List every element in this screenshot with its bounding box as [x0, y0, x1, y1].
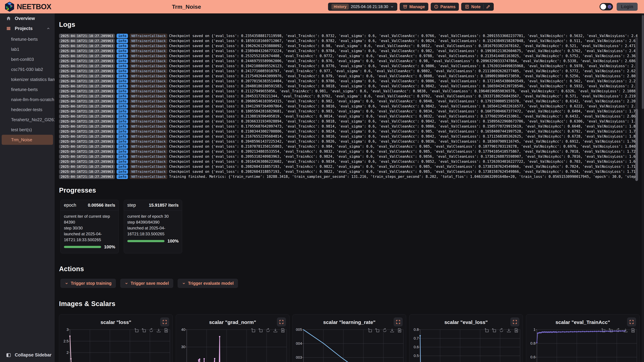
y-tick-label: 005 — [293, 328, 302, 332]
expand-button[interactable] — [510, 318, 520, 327]
chart-card: scalar "eval_loss" 0.80.70.60.50.40.30 — [409, 314, 523, 362]
log-timestamp-badge: 2025-04-16T21:18:27.205963 — [59, 69, 115, 73]
params-button[interactable]: Params — [431, 3, 459, 11]
log-row: 2025-04-16T21:18:27.205963 info NBTraine… — [59, 104, 637, 109]
expand-button[interactable] — [394, 318, 403, 327]
sidebar-item-project[interactable]: naive-llm-from-scratch — [0, 94, 55, 105]
log-level-badge: info — [116, 39, 128, 43]
log-message: Checkpoint saved on {'eval_loss': 0.1942… — [169, 64, 637, 68]
manage-button[interactable]: Manage — [400, 3, 428, 11]
log-message: Checkpoint saved on {'eval_loss': 0.2092… — [169, 149, 637, 153]
log-source-badge: NBTrainerCallback — [130, 74, 167, 78]
expand-button[interactable] — [277, 318, 286, 327]
log-row: 2025-04-16T21:18:27.205963 info NBTraine… — [59, 149, 637, 154]
expand-button[interactable] — [627, 318, 636, 327]
log-scrollbar-thumb[interactable] — [635, 109, 638, 181]
main-content: Logs 2025-04-16T21:18:27.205963 info NBT… — [55, 13, 644, 362]
log-source-badge: NBTrainerCallback — [130, 124, 167, 129]
log-timestamp-badge: 2025-04-16T21:18:27.205963 — [59, 174, 115, 179]
log-timestamp-badge: 2025-04-16T21:18:27.205963 — [59, 54, 115, 58]
log-timestamp-badge: 2025-04-16T21:18:27.205963 — [59, 74, 115, 78]
log-timestamp-badge: 2025-04-16T21:18:27.205963 — [59, 169, 115, 174]
log-source-badge: NBTrainerCallback — [130, 34, 167, 38]
sidebar-item-project[interactable]: test bert(s) — [0, 125, 55, 135]
collapse-sidebar-icon — [6, 353, 11, 358]
sidebar-item-project[interactable]: finetune-berts — [0, 34, 55, 44]
log-source-badge: NBTrainerCallback — [130, 54, 167, 58]
projects-label: Projects — [15, 26, 33, 31]
sidebar-item-project[interactable]: lab1 — [0, 44, 55, 54]
manage-label: Manage — [410, 4, 425, 9]
y-tick-label: 40 — [176, 328, 185, 332]
sidebar-item-project[interactable]: csc791-030 lab2 — [0, 64, 55, 74]
sidebar-item-project[interactable]: finetune-berts — [0, 84, 55, 94]
note-button[interactable]: Note — [462, 4, 483, 9]
log-source-badge: NBTrainerCallback — [130, 64, 167, 68]
log-source-badge: NBTrainerCallback — [130, 39, 167, 43]
sidebar-item-project[interactable]: Terahertz_No22_Gl261_gl... — [0, 115, 55, 125]
log-row: 2025-04-16T21:18:27.205963 info NBTraine… — [59, 99, 637, 104]
sidebar-item-project[interactable]: hedecoder-tests — [0, 105, 55, 115]
action-trigger-button[interactable]: Trigger save model — [120, 279, 173, 288]
log-message: Training finished. Metrics: {'train_runt… — [169, 175, 637, 179]
log-row: 2025-04-16T21:18:27.205963 info NBTraine… — [59, 58, 637, 63]
log-row: 2025-04-16T21:18:27.205963 info NBTraine… — [59, 134, 637, 139]
moon-face-icon — [608, 4, 612, 9]
chart-plot[interactable] — [304, 330, 403, 362]
y-tick-label: 0.8 — [526, 341, 536, 346]
note-label: Note — [471, 4, 481, 9]
log-level-badge: info — [116, 154, 128, 159]
log-timestamp-badge: 2025-04-16T21:18:27.205963 — [59, 144, 115, 149]
action-trigger-button[interactable]: Trigger evaluate model — [178, 279, 238, 288]
log-row: 2025-04-16T21:18:27.205963 info NBTraine… — [59, 154, 637, 159]
actions-heading: Actions — [59, 265, 637, 273]
progress-card: step 15.91857 iter/s current iter of epo… — [124, 200, 182, 253]
log-row: 2025-04-16T21:18:27.205963 info NBTraine… — [59, 53, 637, 58]
progress-line: step 84390/84390 — [127, 219, 178, 225]
y-tick-label: 003 — [293, 355, 302, 360]
log-row: 2025-04-16T21:18:27.205963 info NBTraine… — [59, 38, 637, 43]
log-row: 2025-04-16T21:18:27.205963 info NBTraine… — [59, 73, 637, 79]
action-trigger-button[interactable]: Trigger stop training — [60, 279, 116, 288]
theme-toggle[interactable] — [600, 3, 613, 10]
history-value: 2025-04-16 21:18:30 — [351, 4, 388, 9]
y-tick-label: 0.7 — [410, 336, 419, 341]
log-source-badge: NBTrainerCallback — [130, 139, 167, 144]
log-level-badge: info — [116, 34, 128, 38]
history-select[interactable]: History 2025-04-16 21:18:30 — [328, 3, 397, 11]
login-button[interactable]: Login — [617, 3, 638, 11]
brand[interactable]: NEETBOX — [5, 0, 51, 13]
chart-plot[interactable] — [537, 330, 637, 362]
sidebar-item-project[interactable]: Trm_Noise — [2, 135, 53, 145]
y-tick-label: 2 — [60, 351, 68, 355]
edit-pencil-button[interactable] — [484, 3, 493, 11]
chart-card: scalar "eval_TrainAcc" 10.80.60.40.2 — [526, 314, 640, 362]
sidebar-item-overview[interactable]: Overview — [0, 13, 55, 23]
log-timestamp-badge: 2025-04-16T21:18:27.205963 — [59, 134, 115, 139]
sidebar-item-project[interactable]: tokenizer statistics llama... — [0, 74, 55, 84]
sidebar-item-projects[interactable]: Projects — [0, 23, 55, 33]
action-label: Trigger stop training — [71, 281, 112, 286]
log-message: Checkpoint saved on {'eval_loss': 0.2446… — [169, 59, 637, 63]
log-timestamp-badge: 2025-04-16T21:18:27.205963 — [59, 39, 115, 43]
chart-plot[interactable] — [187, 330, 286, 362]
log-row: 2025-04-16T21:18:27.205963 info NBTraine… — [59, 174, 637, 179]
collapse-sidebar-button[interactable]: Collapse Sidebar — [6, 353, 52, 358]
log-timestamp-badge: 2025-04-16T21:18:27.205963 — [59, 114, 115, 119]
page-scrollbar-thumb[interactable] — [642, 15, 644, 109]
log-message: Checkpoint saved on {'eval_loss': 0.2354… — [169, 34, 637, 38]
log-timestamp-badge: 2025-04-16T21:18:27.205963 — [59, 129, 115, 134]
log-level-badge: info — [116, 134, 128, 139]
chart-plot[interactable] — [420, 330, 520, 362]
chart-plot[interactable] — [70, 330, 170, 362]
y-tick-label: 2.5 — [60, 339, 68, 344]
page-scrollbar-track[interactable] — [642, 13, 644, 362]
log-level-badge: info — [116, 99, 128, 104]
expand-button[interactable] — [160, 318, 169, 327]
sidebar-item-project[interactable]: bert-conll03 — [0, 54, 55, 64]
log-message: Checkpoint saved on {'eval_loss': 0.2389… — [169, 49, 637, 53]
log-scrollbar-track[interactable] — [635, 37, 638, 180]
log-level-badge: info — [116, 59, 128, 63]
log-message: Checkpoint saved on {'eval_loss': 0.2532… — [169, 54, 637, 58]
y-tick-label: 1 — [526, 328, 536, 332]
